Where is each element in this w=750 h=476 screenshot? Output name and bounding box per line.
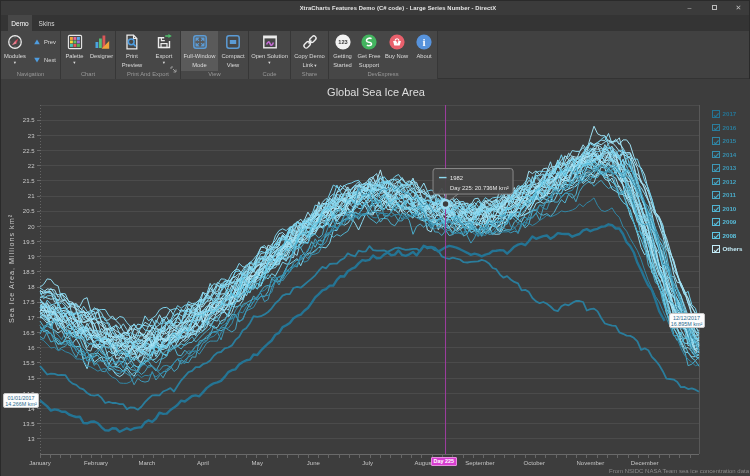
ribbon-group-devexpress: 123GettingStartedGet FreeSupportBuy Nowi… [329, 31, 438, 79]
ribbon-button-full-window-mode[interactable]: Full-WindowMode [181, 31, 218, 71]
tab-skins[interactable]: Skins [34, 15, 59, 31]
series-2016 [40, 246, 699, 410]
ribbon-group-items: Full-WindowModeCompactView [181, 31, 248, 71]
open-solution-icon [262, 34, 278, 50]
link-icon [302, 34, 318, 50]
legend-checkbox[interactable] [712, 178, 720, 186]
x-axis-label: February [84, 460, 108, 466]
ribbon-group-label: DevExpress [329, 71, 437, 78]
ribbon-button-label: About [416, 53, 431, 60]
ribbon-button-prev[interactable]: Prev [29, 35, 60, 49]
legend-checkbox[interactable] [712, 232, 720, 240]
ribbon-button-icon-wrap [389, 34, 405, 50]
dropdown-arrow-icon: ▾ [163, 60, 165, 65]
close-button[interactable]: ✕ [732, 1, 745, 14]
ribbon-button-icon-wrap [67, 34, 83, 50]
x-axis-label: March [138, 460, 155, 466]
ribbon-button-open-solution[interactable]: Open Solution▾ [249, 31, 290, 71]
legend-checkbox[interactable] [712, 191, 720, 199]
legend-item-2011[interactable]: 2011 [712, 188, 742, 202]
legend: 2017201620152014201320122011201020092008… [712, 107, 742, 256]
y-axis-label: 21 [28, 193, 35, 199]
legend-item-2010[interactable]: 2010 [712, 202, 742, 216]
crosshair-day-label: Day 225 [431, 457, 457, 466]
ribbon-group-share: Copy DemoLink ▾Share [291, 31, 329, 79]
y-axis-label: 17.5 [23, 299, 35, 305]
ribbon-button-label: Get Free [358, 53, 381, 60]
maximize-icon [712, 5, 718, 11]
legend-checkbox[interactable] [712, 151, 720, 159]
ribbon-button-modules[interactable]: Modules▾ [1, 31, 29, 71]
y-axis-label: 20 [28, 224, 35, 230]
y-axis-label: 16.5 [23, 330, 35, 336]
y-axis-label: 13.5 [23, 421, 35, 427]
tab-demo[interactable]: Demo [8, 15, 32, 31]
y-axis-label: 13 [28, 436, 35, 442]
dialog-launcher-icon[interactable] [170, 60, 178, 78]
legend-checkbox[interactable] [712, 245, 720, 253]
legend-label: 2014 [723, 151, 737, 158]
ribbon-button-icon-wrap [192, 34, 208, 50]
chart-area[interactable]: Global Sea Ice Area Sea Ice Area, Millio… [1, 79, 750, 476]
ribbon-group-print-and-export: PrintPreviewExport▾Print And Export [116, 31, 181, 79]
legend-checkbox[interactable] [712, 137, 720, 145]
x-axis-label: September [465, 460, 494, 466]
annotation[interactable]: 01/01/201714.266M km² [3, 393, 39, 408]
ribbon-button-label: Getting [333, 53, 352, 60]
checkmark-icon [713, 193, 720, 200]
ribbon-group-items: Open Solution▾ [249, 31, 290, 71]
legend-checkbox[interactable] [712, 218, 720, 226]
minimize-button[interactable]: – [683, 1, 696, 14]
ribbon-group-label: Navigation [1, 71, 60, 78]
ribbon-group-navigation: Modules▾PrevNextNavigation [1, 31, 61, 79]
legend-item-2017[interactable]: 2017 [712, 107, 742, 121]
ribbon-button-label: Compact [221, 53, 244, 60]
y-axis-label: 18 [28, 284, 35, 290]
ribbon-tab-row: DemoSkins [1, 15, 749, 31]
ribbon-button-icon-wrap [94, 34, 110, 50]
ribbon-button-getting-started[interactable]: 123GettingStarted [329, 31, 356, 71]
ribbon-button-designer[interactable]: Designer [88, 31, 115, 71]
legend-item-2016[interactable]: 2016 [712, 121, 742, 135]
legend-item-2012[interactable]: 2012 [712, 175, 742, 189]
y-axis-label: 22.5 [23, 148, 35, 154]
ribbon-button-print-preview[interactable]: PrintPreview [116, 31, 148, 71]
legend-item-2015[interactable]: 2015 [712, 134, 742, 148]
annotation[interactable]: 12/12/201716.895M km² [669, 313, 705, 328]
ribbon-group-items: Palette▾Designer [61, 31, 115, 71]
legend-checkbox[interactable] [712, 124, 720, 132]
ribbon-button-compact-view[interactable]: CompactView [218, 31, 248, 71]
ribbon-button-get-free-support[interactable]: Get FreeSupport [356, 31, 382, 71]
buy-now-icon [389, 34, 405, 50]
legend-item-2009[interactable]: 2009 [712, 215, 742, 229]
checkmark-icon [713, 166, 720, 173]
maximize-button[interactable] [708, 1, 721, 14]
legend-checkbox[interactable] [712, 205, 720, 213]
ribbon-button-about[interactable]: iAbout [411, 31, 437, 71]
legend-item-others[interactable]: Others [712, 242, 742, 256]
print-preview-icon [124, 34, 140, 50]
ribbon-button-palette[interactable]: Palette▾ [61, 31, 88, 71]
series-1987 [40, 148, 699, 338]
ribbon-button-copy-demo-link[interactable]: Copy DemoLink ▾ [291, 31, 328, 71]
y-axis-label: 23.5 [23, 117, 35, 123]
legend-item-2013[interactable]: 2013 [712, 161, 742, 175]
tooltip-series-name: 1982 [450, 175, 463, 181]
ribbon-button-icon-wrap [225, 34, 241, 50]
ribbon-button-icon-wrap [302, 34, 318, 50]
legend-checkbox[interactable] [712, 110, 720, 118]
y-axis-label: 19.5 [23, 239, 35, 245]
ribbon-button-label: View [227, 62, 239, 69]
y-axis-label: 20.5 [23, 208, 35, 214]
legend-item-2014[interactable]: 2014 [712, 148, 742, 162]
x-axis-label: April [197, 460, 209, 466]
plot[interactable]: 1313.51414.51515.51616.51717.51818.51919… [1, 79, 750, 476]
ribbon-button-next[interactable]: Next [29, 53, 60, 67]
x-axis-label: December [631, 460, 659, 466]
legend-item-2008[interactable]: 2008 [712, 229, 742, 243]
ribbon-button-icon-wrap [156, 34, 172, 50]
legend-checkbox[interactable] [712, 164, 720, 172]
ribbon-button-label: Palette [65, 53, 83, 60]
ribbon-group-code: Open Solution▾Code [249, 31, 291, 79]
ribbon-button-buy-now[interactable]: Buy Now [382, 31, 411, 71]
